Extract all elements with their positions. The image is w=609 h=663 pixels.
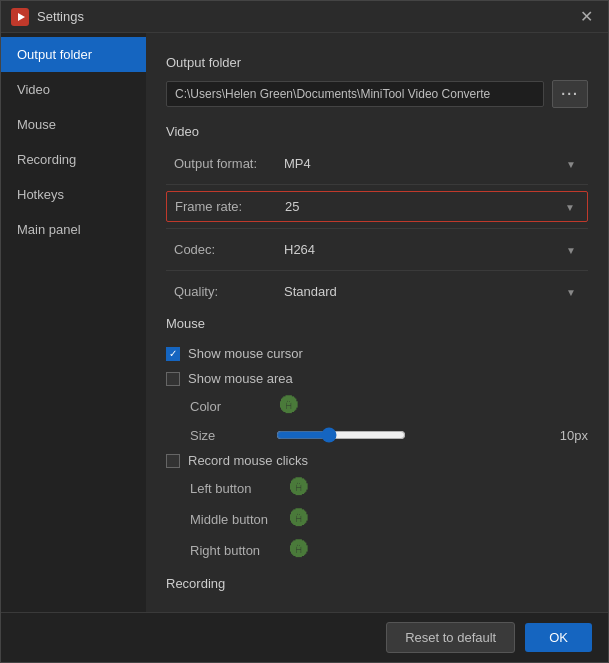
sidebar: Output folder Video Mouse Recording Hotk… [1,33,146,612]
record-clicks-row: Record mouse clicks [166,448,588,473]
frame-rate-label: Frame rate: [175,199,285,214]
right-button-color-icon[interactable]: 🅐 [290,540,308,561]
ok-button[interactable]: OK [525,623,592,652]
video-section: Video Output format: MP4 AVI MOV ▼ [166,124,588,306]
output-folder-header: Output folder [166,55,588,70]
codec-select-wrapper: H264 H265 ▼ [284,242,580,257]
browse-button[interactable]: ··· [552,80,588,108]
app-icon [11,8,29,26]
sidebar-item-hotkeys[interactable]: Hotkeys [1,177,146,212]
size-value: 10px [556,428,588,443]
show-cursor-row: Show mouse cursor [166,341,588,366]
color-icon[interactable]: 🅐 [280,396,298,417]
close-button[interactable]: ✕ [574,5,598,29]
codec-label: Codec: [174,242,284,257]
size-slider[interactable] [276,427,406,443]
left-button-label: Left button [190,481,290,496]
right-button-label: Right button [190,543,290,558]
left-button-row: Left button 🅐 [166,473,588,504]
show-cursor-checkbox[interactable] [166,347,180,361]
output-format-select[interactable]: MP4 AVI MOV [284,156,580,171]
quality-label: Quality: [174,284,284,299]
show-area-label: Show mouse area [188,371,293,386]
footer: Reset to default OK [1,612,608,662]
sidebar-item-main-panel[interactable]: Main panel [1,212,146,247]
divider-3 [166,270,588,271]
output-format-row: Output format: MP4 AVI MOV ▼ [166,149,588,178]
middle-button-row: Middle button 🅐 [166,504,588,535]
sidebar-item-output-folder[interactable]: Output folder [1,37,146,72]
color-label: Color [190,399,276,414]
sidebar-item-recording[interactable]: Recording [1,142,146,177]
left-button-color-icon[interactable]: 🅐 [290,478,308,499]
size-label: Size [190,428,276,443]
window-title: Settings [37,9,84,24]
show-area-checkbox[interactable] [166,372,180,386]
codec-row: Codec: H264 H265 ▼ [166,235,588,264]
output-format-select-wrapper: MP4 AVI MOV ▼ [284,156,580,171]
main-panel: Output folder ··· Video Output format: M… [146,33,608,612]
record-clicks-label: Record mouse clicks [188,453,308,468]
quality-select-wrapper: Standard High Low ▼ [284,284,580,299]
quality-select[interactable]: Standard High Low [284,284,580,299]
size-row: Size 10px [166,422,588,448]
title-bar: Settings ✕ [1,1,608,33]
frame-rate-select[interactable]: 25 30 60 [285,199,579,214]
output-format-label: Output format: [174,156,284,171]
recording-section-label: Recording [166,576,588,591]
frame-rate-select-wrapper: 25 30 60 ▼ [285,199,579,214]
divider-2 [166,228,588,229]
reset-button[interactable]: Reset to default [386,622,515,653]
middle-button-label: Middle button [190,512,290,527]
mouse-section: Mouse Show mouse cursor Show mouse area … [166,316,588,591]
middle-button-color-icon[interactable]: 🅐 [290,509,308,530]
mouse-header: Mouse [166,316,588,331]
title-bar-left: Settings [11,8,84,26]
show-area-row: Show mouse area [166,366,588,391]
quality-row: Quality: Standard High Low ▼ [166,277,588,306]
output-folder-row: ··· [166,80,588,108]
frame-rate-row: Frame rate: 25 30 60 ▼ [166,191,588,222]
settings-window: Settings ✕ Output folder Video Mouse Rec… [0,0,609,663]
right-button-row: Right button 🅐 [166,535,588,566]
video-header: Video [166,124,588,139]
slider-wrapper [276,427,546,443]
sidebar-item-mouse[interactable]: Mouse [1,107,146,142]
show-cursor-label: Show mouse cursor [188,346,303,361]
codec-select[interactable]: H264 H265 [284,242,580,257]
window-content: Output folder Video Mouse Recording Hotk… [1,33,608,612]
sidebar-item-video[interactable]: Video [1,72,146,107]
record-clicks-checkbox[interactable] [166,454,180,468]
folder-path-input[interactable] [166,81,544,107]
color-row: Color 🅐 [166,391,588,422]
divider-1 [166,184,588,185]
